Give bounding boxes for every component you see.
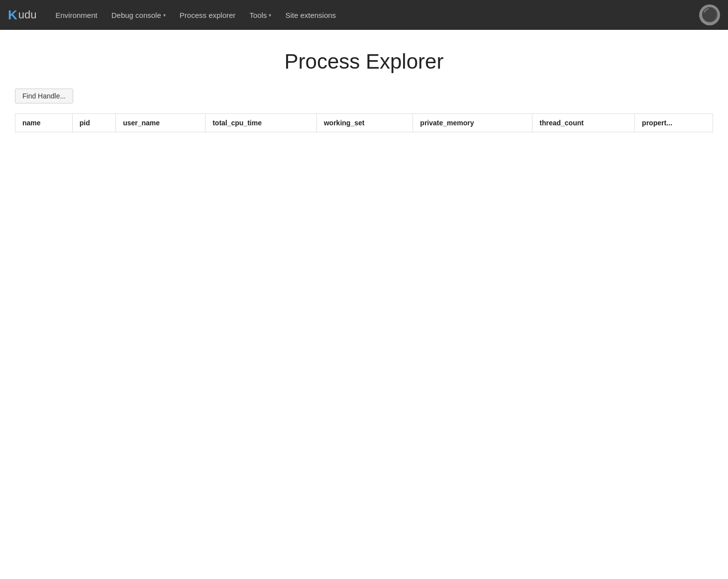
nav-label-site-extensions: Site extensions	[285, 11, 336, 19]
brand-rest: udu	[18, 8, 37, 21]
toolbar: Find Handle...	[10, 89, 718, 103]
nav-link-tools[interactable]: Tools ▾	[242, 7, 278, 23]
col-header-working-set: working_set	[316, 114, 413, 132]
nav-label-environment: Environment	[56, 11, 98, 19]
nav-link-environment[interactable]: Environment	[49, 7, 104, 23]
col-header-name: name	[15, 114, 73, 132]
brand-logo[interactable]: K udu	[8, 7, 37, 23]
process-table-wrapper: name pid user_name total_cpu_time workin…	[10, 113, 718, 132]
navbar: K udu Environment Debug console ▾ Proces…	[0, 0, 728, 30]
nav-label-debug-console: Debug console	[111, 11, 161, 19]
user-icon: ⚫	[701, 8, 719, 22]
col-header-properties: propert...	[635, 114, 713, 132]
chevron-down-icon-tools: ▾	[269, 12, 271, 18]
nav-item-process-explorer[interactable]: Process explorer	[173, 7, 243, 23]
col-header-thread-count: thread_count	[532, 114, 635, 132]
nav-label-process-explorer: Process explorer	[180, 11, 236, 19]
col-header-pid: pid	[72, 114, 115, 132]
nav-item-environment[interactable]: Environment	[49, 7, 104, 23]
table-header-row: name pid user_name total_cpu_time workin…	[15, 114, 713, 132]
chevron-down-icon: ▾	[163, 12, 166, 18]
col-header-user-name: user_name	[116, 114, 206, 132]
nav-link-site-extensions[interactable]: Site extensions	[278, 7, 343, 23]
process-table: name pid user_name total_cpu_time workin…	[15, 113, 713, 132]
nav-link-process-explorer[interactable]: Process explorer	[173, 7, 243, 23]
brand-k: K	[8, 7, 17, 23]
col-header-private-memory: private_memory	[413, 114, 532, 132]
nav-item-tools[interactable]: Tools ▾	[242, 7, 278, 23]
nav-menu: Environment Debug console ▾ Process expl…	[49, 7, 700, 23]
user-avatar[interactable]: ⚫	[699, 4, 720, 25]
table-header: name pid user_name total_cpu_time workin…	[15, 114, 713, 132]
main-content: Process Explorer Find Handle... name pid…	[0, 30, 728, 142]
nav-item-debug-console[interactable]: Debug console ▾	[104, 7, 173, 23]
nav-label-tools: Tools	[249, 11, 267, 19]
nav-item-site-extensions[interactable]: Site extensions	[278, 7, 343, 23]
page-title: Process Explorer	[10, 50, 718, 74]
nav-link-debug-console[interactable]: Debug console ▾	[104, 7, 173, 23]
find-handle-button[interactable]: Find Handle...	[15, 89, 73, 103]
col-header-total-cpu-time: total_cpu_time	[206, 114, 317, 132]
